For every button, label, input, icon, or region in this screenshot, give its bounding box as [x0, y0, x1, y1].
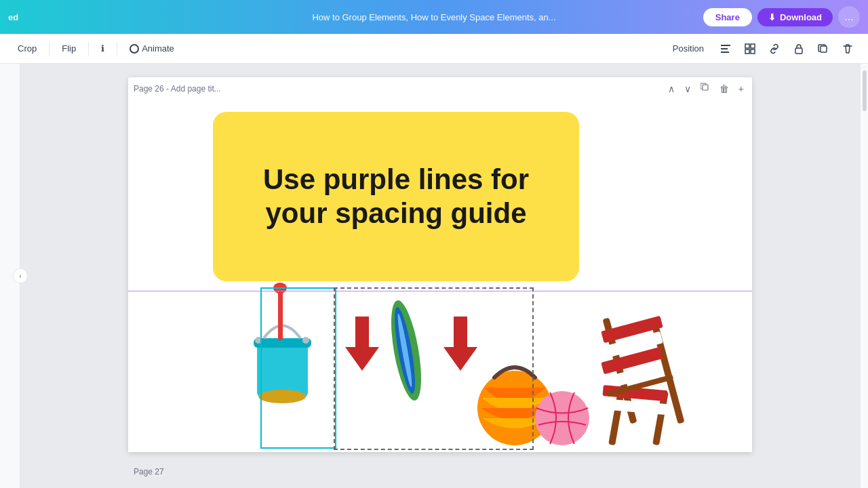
share-button[interactable]: Share	[703, 8, 752, 26]
flip-label: Flip	[62, 43, 76, 54]
duplicate-icon	[817, 43, 829, 55]
header-actions: Share ⬇ Download ...	[703, 6, 860, 28]
svg-rect-10	[257, 340, 308, 398]
svg-rect-7	[795, 48, 802, 54]
page-27-label: Page 27	[128, 463, 752, 481]
logo-area: ed	[8, 12, 18, 22]
crop-button[interactable]: Crop	[11, 40, 43, 57]
svg-marker-17	[345, 317, 379, 371]
toolbar-separator-2	[88, 42, 89, 56]
duplicate-icon-btn[interactable]	[814, 39, 833, 58]
svg-rect-26	[608, 391, 625, 446]
page-down-button[interactable]: ∨	[682, 82, 694, 96]
flip-button[interactable]: Flip	[55, 40, 83, 57]
document-title: How to Group Elements, How to Evenly Spa…	[312, 12, 555, 22]
lock-icon	[793, 43, 805, 55]
page-26-label: Page 26 - Add page tit...	[134, 84, 221, 94]
trash-icon	[842, 43, 854, 55]
lock-icon-btn[interactable]	[789, 39, 808, 58]
main-area: ‹ Page 26 - Add page tit... ∧ ∨ 🗑	[0, 64, 868, 488]
left-sidebar: ‹	[0, 64, 20, 488]
header: ed How to Group Elements, How to Evenly …	[0, 0, 868, 34]
svg-rect-1	[721, 48, 728, 49]
page-up-button[interactable]: ∧	[665, 82, 677, 96]
page-delete-button[interactable]: 🗑	[717, 82, 732, 96]
page-26-controls: ∧ ∨ 🗑 +	[665, 81, 747, 96]
svg-rect-0	[721, 45, 730, 46]
scrollbar-thumb[interactable]	[863, 70, 867, 111]
svg-point-16	[302, 337, 309, 344]
page-copy-button[interactable]	[698, 81, 713, 96]
app-name: ed	[8, 12, 18, 22]
page-27-label-area: Page 27	[128, 463, 752, 481]
animate-circle-icon	[130, 44, 139, 54]
download-button[interactable]: ⬇ Download	[757, 8, 833, 26]
info-button[interactable]: ℹ	[94, 40, 111, 57]
position-button[interactable]: Position	[666, 40, 711, 57]
svg-point-23	[535, 391, 589, 445]
page-26-container: Page 26 - Add page tit... ∧ ∨ 🗑 +	[128, 77, 752, 452]
animate-button[interactable]: Animate	[123, 40, 181, 57]
svg-marker-21	[443, 317, 477, 371]
svg-rect-9	[703, 85, 708, 90]
slide-canvas-26[interactable]: Use purple lines for your spacing guide	[128, 100, 752, 452]
toolbar-separator	[49, 42, 50, 56]
toolbar: Crop Flip ℹ Animate Position	[0, 34, 868, 64]
svg-rect-8	[821, 46, 827, 52]
link-icon	[768, 43, 781, 55]
svg-rect-33	[602, 399, 667, 415]
canvas-area[interactable]: Page 26 - Add page tit... ∧ ∨ 🗑 +	[20, 64, 860, 488]
svg-rect-5	[745, 49, 749, 54]
align-icon	[719, 43, 732, 55]
svg-rect-6	[751, 49, 755, 54]
svg-rect-2	[721, 52, 729, 53]
yellow-text-box[interactable]: Use purple lines for your spacing guide	[213, 112, 579, 281]
sidebar-toggle-button[interactable]: ‹	[13, 268, 28, 283]
beach-scene-svg	[230, 283, 705, 452]
svg-point-15	[255, 337, 262, 344]
guide-line-horizontal	[128, 291, 752, 291]
link-icon-btn[interactable]	[765, 39, 784, 58]
grid-icon	[744, 43, 756, 55]
svg-point-14	[258, 390, 306, 403]
animate-label: Animate	[142, 43, 174, 54]
align-icon-btn[interactable]	[716, 39, 735, 58]
svg-rect-4	[751, 44, 755, 48]
right-sidebar	[860, 64, 868, 488]
more-options-button[interactable]: ...	[838, 6, 860, 28]
info-icon: ℹ	[101, 43, 104, 54]
page-26-label-row: Page 26 - Add page tit... ∧ ∨ 🗑 +	[128, 77, 752, 100]
delete-icon-btn[interactable]	[838, 39, 857, 58]
download-icon: ⬇	[768, 12, 776, 22]
toolbar-separator-3	[117, 42, 117, 56]
svg-rect-12	[278, 289, 283, 340]
copy-icon	[701, 83, 710, 92]
svg-point-13	[273, 283, 287, 293]
grid-icon-btn[interactable]	[741, 39, 760, 58]
svg-rect-3	[745, 44, 749, 48]
page-add-button[interactable]: +	[736, 82, 747, 96]
toolbar-right: Position	[666, 39, 857, 58]
crop-label: Crop	[18, 43, 37, 54]
yellow-box-text: Use purple lines for your spacing guide	[233, 163, 559, 231]
